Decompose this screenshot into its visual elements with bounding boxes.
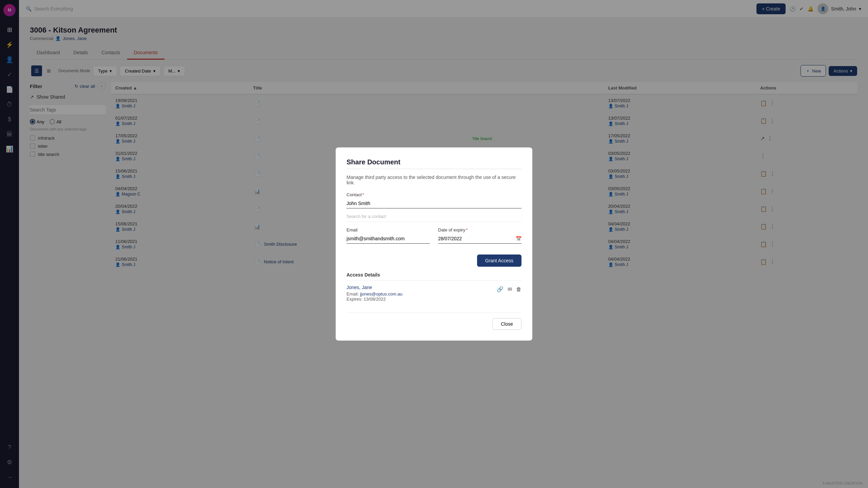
modal-divider [347, 169, 521, 169]
access-person-info: Jones, Jane Email: jjones@optus.com.au E… [347, 285, 402, 302]
contact-search-hint: Search for a contact [347, 214, 521, 222]
form-row-email-date: Email Date of expiry* 📅 [347, 227, 521, 249]
email-label: Email [347, 227, 430, 232]
access-details-section: Access Details Jones, Jane Email: jjones… [347, 269, 521, 302]
calendar-icon[interactable]: 📅 [516, 236, 521, 241]
close-button[interactable]: Close [492, 318, 521, 330]
access-email: Email: jjones@optus.com.au [347, 291, 402, 297]
modal-footer: Close [347, 312, 521, 330]
share-document-modal: Share Document Manage third party access… [336, 147, 532, 341]
contact-label: Contact* [347, 192, 521, 197]
mail-icon[interactable]: ✉ [508, 286, 512, 292]
date-col: Date of expiry* 📅 [438, 227, 521, 249]
access-email-link[interactable]: jjones@optus.com.au [360, 291, 402, 297]
grant-access-button[interactable]: Grant Access [477, 255, 521, 267]
access-details-title: Access Details [347, 272, 521, 281]
date-expiry-input[interactable] [438, 234, 516, 243]
email-input[interactable] [347, 234, 430, 244]
modal-title: Share Document [347, 158, 521, 166]
email-col: Email [347, 227, 430, 249]
modal-description: Manage third party access to the selecte… [347, 175, 521, 185]
link-icon[interactable]: 🔗 [497, 286, 504, 292]
date-input-wrap: 📅 [438, 234, 521, 244]
required-asterisk: * [362, 192, 364, 197]
date-expiry-label: Date of expiry* [438, 227, 521, 232]
access-expires: Expires: 13/08/2022 [347, 297, 402, 302]
access-person-name[interactable]: Jones, Jane [347, 285, 402, 290]
delete-icon[interactable]: 🗑 [516, 286, 521, 292]
contact-input[interactable] [347, 199, 521, 208]
access-item: Jones, Jane Email: jjones@optus.com.au E… [347, 285, 521, 302]
modal-overlay: Share Document Manage third party access… [0, 0, 868, 488]
access-action-icons: 🔗 ✉ 🗑 [497, 286, 521, 292]
